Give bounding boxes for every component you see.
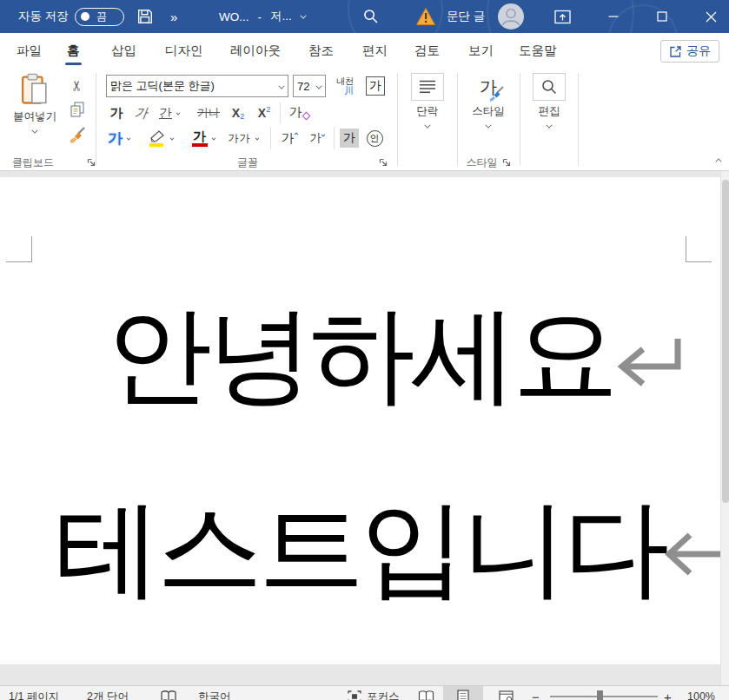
- user-name-label: 문단 글: [447, 0, 485, 33]
- zoom-slider-thumb[interactable]: [597, 690, 603, 700]
- share-icon: [669, 45, 682, 58]
- copy-button[interactable]: [66, 99, 89, 120]
- paste-icon: [21, 73, 49, 106]
- maximize-button[interactable]: [643, 0, 681, 33]
- caret-down-icon: [321, 132, 325, 136]
- tab-mailings[interactable]: 편지: [361, 33, 389, 68]
- scrollbar-thumb[interactable]: [722, 180, 729, 503]
- cut-button[interactable]: ✂: [66, 75, 89, 96]
- warning-icon: [415, 7, 436, 26]
- language-indicator[interactable]: 한국어: [198, 686, 231, 700]
- strikethrough-button[interactable]: 가나: [193, 102, 224, 123]
- zoom-in-button[interactable]: +: [664, 686, 672, 700]
- format-painter-button[interactable]: [66, 123, 89, 146]
- group-divider: [578, 73, 579, 165]
- dialog-launcher-icon[interactable]: [379, 158, 388, 167]
- text-effects-button[interactable]: 가: [103, 127, 136, 149]
- grow-font-button[interactable]: 가: [276, 127, 302, 149]
- document-text-line2[interactable]: 테스트입니다: [0, 495, 720, 601]
- document-title[interactable]: WO... - 저...: [219, 0, 306, 33]
- group-divider: [96, 73, 96, 165]
- alert-button[interactable]: [415, 0, 436, 33]
- margin-crop-mark-right: [686, 236, 712, 262]
- ribbon-display-options-button[interactable]: [554, 0, 571, 33]
- subscript-button[interactable]: X 2: [226, 102, 250, 123]
- proofing-book-icon: [161, 690, 176, 700]
- dialog-launcher-icon[interactable]: [87, 158, 96, 167]
- editing-menu-button[interactable]: 편집: [523, 73, 575, 128]
- print-layout-button[interactable]: [443, 686, 483, 700]
- tab-view[interactable]: 보기: [467, 33, 495, 68]
- enclose-characters-button[interactable]: 인: [363, 127, 386, 149]
- clipboard-group-label: 클립보드: [12, 155, 96, 169]
- save-button[interactable]: [137, 0, 153, 33]
- paste-label: 붙여넣기: [13, 109, 56, 124]
- chevron-down-icon: [127, 136, 131, 141]
- shrink-font-button[interactable]: 가: [304, 127, 330, 149]
- minimize-button[interactable]: [594, 0, 633, 33]
- zoom-slider[interactable]: [550, 686, 658, 700]
- eraser-icon: [302, 111, 310, 120]
- focus-mode-button[interactable]: 포커스: [348, 686, 400, 700]
- account-button[interactable]: [497, 0, 525, 33]
- font-size-combo[interactable]: 72: [293, 75, 326, 97]
- chevron-down-icon: [169, 136, 174, 141]
- tab-insert[interactable]: 삽입: [109, 33, 138, 68]
- tab-home[interactable]: 홈: [65, 33, 82, 68]
- character-shading-button[interactable]: 가: [339, 127, 360, 149]
- text-highlight-button[interactable]: [141, 127, 179, 149]
- document-page[interactable]: 안녕하세요 테스트입니다: [0, 177, 720, 664]
- chevron-down-icon: [211, 136, 215, 141]
- search-button[interactable]: [363, 0, 379, 33]
- character-border-button[interactable]: 가: [364, 75, 387, 97]
- search-icon: [363, 9, 379, 24]
- autosave-toggle[interactable]: 끔: [75, 0, 124, 33]
- collapse-ribbon-button[interactable]: [711, 155, 726, 168]
- chevron-up-icon: [715, 158, 721, 164]
- character-spacing-button[interactable]: 가가: [224, 127, 262, 149]
- quick-access-overflow-button[interactable]: »: [170, 0, 177, 33]
- chevron-down-icon: [176, 111, 181, 116]
- font-group-label: 글꼴: [104, 155, 391, 169]
- dialog-launcher-icon[interactable]: [502, 158, 511, 167]
- styles-menu-button[interactable]: 가 스타일: [461, 73, 516, 128]
- tab-layout[interactable]: 레이아웃: [229, 33, 282, 68]
- close-button[interactable]: [692, 0, 729, 33]
- read-mode-button[interactable]: [410, 686, 441, 700]
- tab-design[interactable]: 디자인: [163, 33, 205, 68]
- web-layout-icon: [499, 690, 514, 700]
- clear-formatting-button[interactable]: 가: [285, 101, 313, 123]
- word-count-indicator[interactable]: 2개 단어: [87, 686, 129, 700]
- document-title-separator: -: [258, 10, 262, 23]
- autosave-state: 끔: [96, 10, 107, 24]
- tab-references[interactable]: 참조: [307, 33, 335, 68]
- character-border-glyph: 가: [366, 76, 385, 96]
- underline-button[interactable]: 간: [155, 102, 184, 123]
- tab-help[interactable]: 도움말: [517, 33, 559, 68]
- font-name-value: 맑은 고딕(본문 한글): [110, 78, 215, 94]
- paste-button[interactable]: 붙여넣기: [10, 73, 59, 133]
- font-color-button[interactable]: 가: [186, 127, 221, 149]
- web-layout-button[interactable]: [488, 686, 523, 700]
- tab-review[interactable]: 검토: [413, 33, 441, 68]
- highlighter-icon: [147, 129, 166, 147]
- italic-button[interactable]: 가: [130, 102, 151, 123]
- paragraph-menu-button[interactable]: 단락: [401, 73, 454, 128]
- font-name-combo[interactable]: 맑은 고딕(본문 한글): [106, 75, 288, 97]
- share-button[interactable]: 공유: [660, 40, 719, 63]
- page-number-indicator[interactable]: 1/1 페이지: [9, 686, 59, 700]
- zoom-out-button[interactable]: −: [532, 686, 540, 700]
- zoom-level-indicator[interactable]: 100%: [687, 686, 715, 700]
- phonetic-guide-button[interactable]: 내천 川: [331, 73, 359, 99]
- proofing-status-button[interactable]: [161, 686, 176, 700]
- tab-file[interactable]: 파일: [15, 33, 43, 68]
- chevron-down-icon: [278, 83, 284, 89]
- paragraph-icon: [411, 73, 444, 101]
- vertical-scrollbar[interactable]: [720, 171, 729, 685]
- bold-button[interactable]: 가: [106, 102, 127, 123]
- read-mode-icon: [418, 690, 434, 700]
- toggle-knob: [81, 12, 89, 21]
- maximize-icon: [657, 11, 667, 22]
- superscript-button[interactable]: X 2: [252, 102, 276, 123]
- caret-up-icon: [294, 132, 298, 136]
